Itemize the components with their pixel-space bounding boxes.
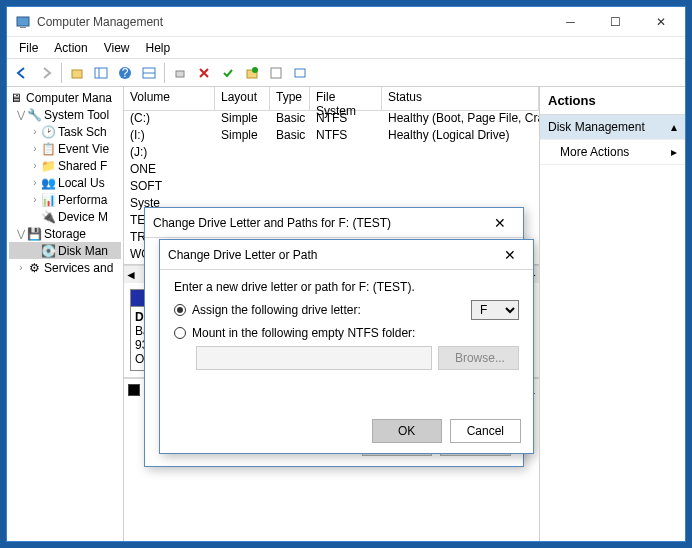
view1-button[interactable] [90, 62, 112, 84]
menubar: File Action View Help [7, 37, 685, 59]
actions-more[interactable]: More Actions▸ [540, 140, 685, 165]
folder-path-input [196, 346, 432, 370]
app-icon [15, 14, 31, 30]
svg-rect-9 [176, 71, 184, 77]
mount-folder-radio[interactable]: Mount in the following empty NTFS folder… [174, 326, 519, 340]
dialog2-cancel-button[interactable]: Cancel [450, 419, 521, 443]
refresh-button[interactable] [169, 62, 191, 84]
col-type[interactable]: Type [270, 87, 310, 111]
dialog2-ok-button[interactable]: OK [372, 419, 442, 443]
list-button[interactable] [289, 62, 311, 84]
delete-button[interactable] [193, 62, 215, 84]
grid-header[interactable]: Volume Layout Type File System Status [124, 87, 539, 111]
dialog2-titlebar[interactable]: Change Drive Letter or Path ✕ [160, 240, 533, 270]
nav-tree[interactable]: 🖥Computer Mana ⋁🔧System Tool ›🕑Task Sch … [7, 87, 124, 541]
tree-disk-management[interactable]: 💽Disk Man [9, 242, 121, 259]
radio-off-icon [174, 327, 186, 339]
svg-text:?: ? [122, 66, 129, 80]
dialog1-close-icon[interactable]: ✕ [485, 215, 515, 231]
window-title: Computer Management [37, 15, 548, 29]
tree-task-scheduler[interactable]: ›🕑Task Sch [9, 123, 121, 140]
menu-file[interactable]: File [11, 38, 46, 58]
tree-root[interactable]: 🖥Computer Mana [9, 89, 121, 106]
dialog1-titlebar[interactable]: Change Drive Letter and Paths for F: (TE… [145, 208, 523, 238]
tree-event-viewer[interactable]: ›📋Event Vie [9, 140, 121, 157]
new-button[interactable] [241, 62, 263, 84]
col-volume[interactable]: Volume [124, 87, 215, 111]
menu-help[interactable]: Help [138, 38, 179, 58]
props-button[interactable] [265, 62, 287, 84]
collapse-icon: ▴ [671, 120, 677, 134]
center-pane: Volume Layout Type File System Status (C… [124, 87, 539, 541]
main-window: Computer Management ─ ☐ ✕ File Action Vi… [6, 6, 686, 542]
dialog2-instruction: Enter a new drive letter or path for F: … [174, 280, 519, 294]
svg-rect-1 [20, 27, 26, 28]
tree-system-tools[interactable]: ⋁🔧System Tool [9, 106, 121, 123]
minimize-button[interactable]: ─ [548, 7, 593, 36]
tree-shared-folders[interactable]: ›📁Shared F [9, 157, 121, 174]
titlebar[interactable]: Computer Management ─ ☐ ✕ [7, 7, 685, 37]
menu-action[interactable]: Action [46, 38, 95, 58]
dialog2-close-icon[interactable]: ✕ [495, 247, 525, 263]
col-filesystem[interactable]: File System [310, 87, 382, 111]
grid-row[interactable]: ONE [124, 162, 539, 179]
help-button[interactable]: ? [114, 62, 136, 84]
change-letter-dialog[interactable]: Change Drive Letter or Path ✕ Enter a ne… [159, 239, 534, 454]
check-button[interactable] [217, 62, 239, 84]
back-button[interactable] [11, 62, 33, 84]
actions-disk-management[interactable]: Disk Management▴ [540, 115, 685, 140]
tree-performance[interactable]: ›📊Performa [9, 191, 121, 208]
grid-row[interactable]: (C:)SimpleBasicNTFSHealthy (Boot, Page F… [124, 111, 539, 128]
col-layout[interactable]: Layout [215, 87, 270, 111]
up-button[interactable] [66, 62, 88, 84]
tree-local-users[interactable]: ›👥Local Us [9, 174, 121, 191]
svg-rect-13 [295, 69, 305, 77]
drive-letter-select[interactable]: F [471, 300, 519, 320]
tree-device-manager[interactable]: 🔌Device M [9, 208, 121, 225]
actions-header: Actions [540, 87, 685, 115]
menu-view[interactable]: View [96, 38, 138, 58]
forward-button[interactable] [35, 62, 57, 84]
svg-rect-3 [95, 68, 107, 78]
expand-icon: ▸ [671, 145, 677, 159]
assign-letter-radio[interactable]: Assign the following drive letter: F [174, 300, 519, 320]
svg-rect-2 [72, 70, 82, 78]
browse-button: Browse... [438, 346, 519, 370]
grid-row[interactable]: (J:) [124, 145, 539, 162]
grid-row[interactable]: (I:)SimpleBasicNTFSHealthy (Logical Driv… [124, 128, 539, 145]
view2-button[interactable] [138, 62, 160, 84]
col-status[interactable]: Status [382, 87, 539, 111]
tree-storage[interactable]: ⋁💾Storage [9, 225, 121, 242]
toolbar: ? [7, 59, 685, 87]
radio-on-icon [174, 304, 186, 316]
svg-rect-0 [17, 17, 29, 26]
svg-point-11 [252, 67, 258, 73]
tree-services[interactable]: ›⚙Services and [9, 259, 121, 276]
maximize-button[interactable]: ☐ [593, 7, 638, 36]
close-button[interactable]: ✕ [638, 7, 683, 36]
actions-pane: Actions Disk Management▴ More Actions▸ [539, 87, 685, 541]
grid-row[interactable]: SOFT [124, 179, 539, 196]
svg-rect-12 [271, 68, 281, 78]
